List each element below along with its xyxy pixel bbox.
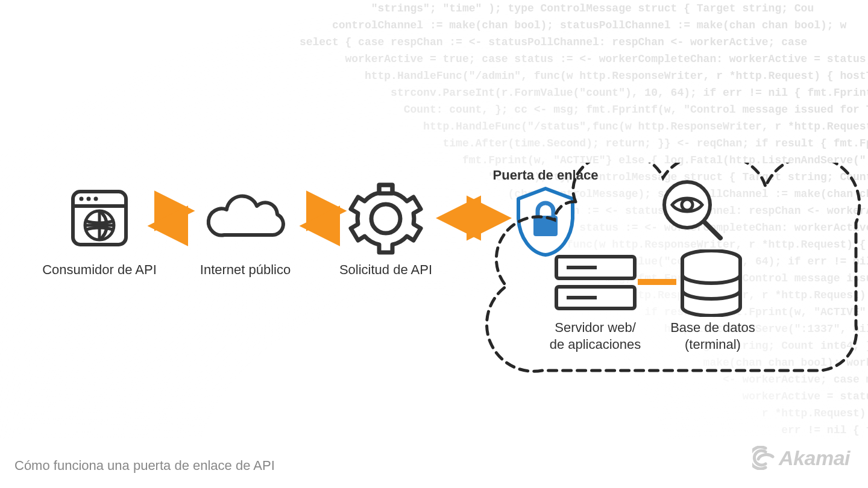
connectors-layer: [0, 0, 868, 488]
brand-wave-icon: [752, 446, 776, 470]
brand-logo: Akamai: [752, 446, 850, 470]
diagram-caption: Cómo funciona una puerta de enlace de AP…: [14, 458, 275, 474]
brand-text: Akamai: [779, 446, 850, 470]
